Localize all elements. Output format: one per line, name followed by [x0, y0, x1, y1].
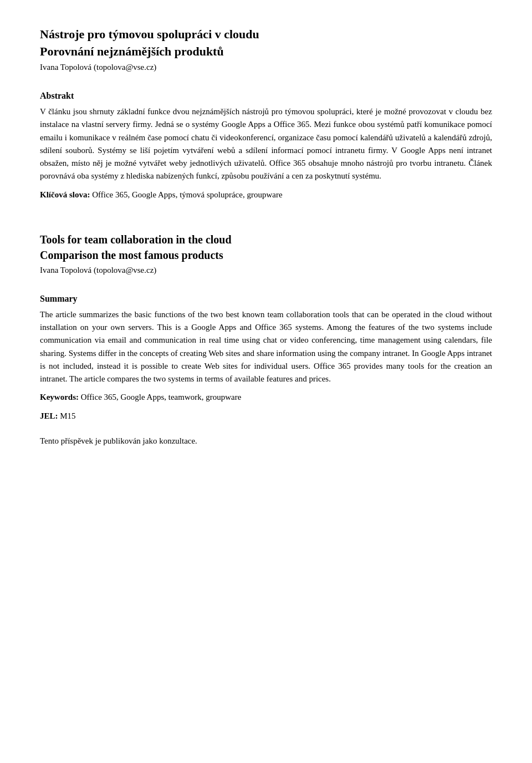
czech-author: Ivana Topolová (topolova@vse.cz): [40, 62, 492, 74]
czech-subtitle: Porovnání nejznámějších produktů: [40, 44, 492, 60]
jel-line: JEL: M15: [40, 410, 492, 423]
jel-value: M15: [58, 411, 76, 420]
summary-heading: Summary: [40, 292, 492, 305]
abstrakt-section: Abstrakt V článku jsou shrnuty základní …: [40, 89, 492, 201]
abstrakt-heading: Abstrakt: [40, 89, 492, 102]
english-keywords-label: Keywords:: [40, 393, 79, 401]
english-subtitle: Comparison the most famous products: [40, 248, 492, 262]
english-keywords: Keywords: Office 365, Google Apps, teamw…: [40, 391, 492, 404]
summary-body: The article summarizes the basic functio…: [40, 308, 492, 386]
abstrakt-body: V článku jsou shrnuty základní funkce dv…: [40, 105, 492, 183]
final-text: Tento příspěvek je publikován jako konzu…: [40, 435, 492, 447]
czech-keywords-value: Office 365, Google Apps, týmová spoluprá…: [90, 190, 282, 199]
english-keywords-value: Office 365, Google Apps, teamwork, group…: [79, 393, 241, 401]
english-main-title: Tools for team collaboration in the clou…: [40, 232, 492, 247]
czech-keywords: Klíčová slova: Office 365, Google Apps, …: [40, 189, 492, 201]
czech-keywords-label: Klíčová slova:: [40, 190, 90, 199]
czech-main-title: Nástroje pro týmovou spolupráci v cloudu: [40, 27, 492, 43]
jel-label: JEL:: [40, 411, 58, 420]
english-title-section: Tools for team collaboration in the clou…: [40, 232, 492, 277]
summary-section: Summary The article summarizes the basic…: [40, 292, 492, 423]
english-author: Ivana Topolová (topolova@vse.cz): [40, 264, 492, 277]
czech-title-section: Nástroje pro týmovou spolupráci v cloudu…: [40, 27, 492, 74]
